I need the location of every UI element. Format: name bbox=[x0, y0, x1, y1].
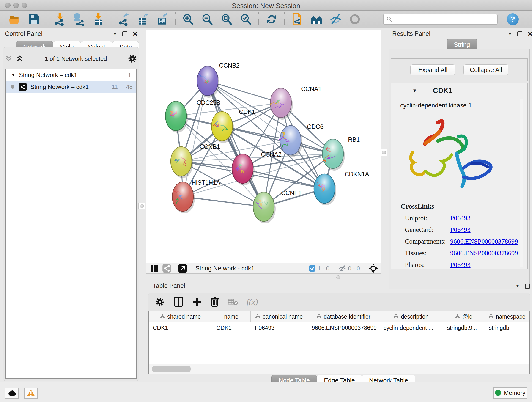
toolbar-divider bbox=[284, 12, 285, 26]
delete-table-icon bbox=[228, 298, 238, 306]
crosslink-link[interactable]: 9606.ENSP00000378699 bbox=[450, 238, 518, 245]
column-header-name[interactable]: name bbox=[212, 311, 251, 322]
network-node-CCNA2[interactable] bbox=[232, 154, 254, 185]
string-hide-glass-icon[interactable] bbox=[329, 13, 342, 26]
string-sphere-icon[interactable] bbox=[348, 13, 361, 26]
network-node-CCNB2[interactable] bbox=[197, 66, 220, 98]
table-cell[interactable]: stringdb:9... bbox=[443, 322, 485, 333]
left-splitter-grip[interactable] bbox=[138, 203, 145, 210]
zoom-out-icon[interactable] bbox=[201, 13, 214, 26]
table-cell[interactable]: 9606.ENSP00000378699 bbox=[307, 322, 380, 333]
export-network-icon[interactable] bbox=[117, 13, 131, 26]
table-horizontal-scrollbar[interactable] bbox=[149, 364, 530, 374]
crosslink-link[interactable]: P06493 bbox=[450, 214, 471, 222]
import-network-file-icon[interactable] bbox=[53, 13, 66, 26]
network-node-HIST1H1A[interactable] bbox=[172, 182, 195, 213]
title-bar: Session: New Session bbox=[0, 0, 532, 11]
panel-float-icon[interactable] bbox=[525, 283, 530, 288]
network-row[interactable]: String Network – cdk1 11 48 bbox=[6, 81, 136, 93]
attribute-type-icon bbox=[255, 314, 260, 319]
delete-column-icon[interactable] bbox=[210, 297, 220, 307]
table-cell[interactable]: cyclin-dependent ... bbox=[380, 322, 443, 333]
results-vertical-scrollbar[interactable] bbox=[520, 99, 523, 267]
collection-name: String Network – cdk1 bbox=[19, 71, 128, 79]
column-header-canonical-name[interactable]: canonical name bbox=[251, 311, 308, 322]
panel-menu-icon[interactable]: ▼ bbox=[515, 283, 520, 288]
column-header-namespace[interactable]: namespace bbox=[485, 311, 530, 322]
control-panel-header-icons: ▼ ✕ bbox=[113, 31, 138, 36]
string-protein-query-icon[interactable] bbox=[291, 13, 304, 26]
expand-all-icon[interactable] bbox=[16, 55, 24, 62]
network-node-CCNE1[interactable] bbox=[253, 192, 276, 223]
panel-close-icon[interactable]: ✕ bbox=[527, 32, 532, 36]
network-node-CCNB1[interactable] bbox=[171, 147, 193, 178]
scrollbar-thumb[interactable] bbox=[152, 366, 191, 372]
table-row[interactable]: CDK1CDK1P064939606.ENSP00000378699cyclin… bbox=[149, 322, 530, 333]
table-cell[interactable]: P06493 bbox=[251, 322, 308, 333]
panel-close-icon[interactable]: ✕ bbox=[133, 32, 138, 36]
add-column-icon[interactable] bbox=[192, 297, 202, 307]
crosslink-link[interactable]: P06493 bbox=[450, 226, 471, 234]
panel-float-icon[interactable] bbox=[517, 32, 522, 36]
network-options-gear-icon[interactable] bbox=[128, 54, 137, 63]
node-entry-header[interactable]: ▼ CDK1 bbox=[391, 83, 527, 98]
string-homes-icon[interactable] bbox=[310, 13, 323, 26]
collapse-all-button[interactable]: Collapse All bbox=[463, 64, 508, 75]
entry-expand-icon[interactable]: ▼ bbox=[412, 88, 417, 93]
import-table-file-icon[interactable] bbox=[92, 13, 105, 26]
birdseye-crosshair-icon[interactable] bbox=[368, 264, 378, 273]
zoom-in-icon[interactable] bbox=[181, 13, 195, 26]
expand-all-button[interactable]: Expand All bbox=[410, 64, 455, 75]
table-cell[interactable]: stringdb bbox=[485, 322, 530, 333]
network-node-CDC6[interactable] bbox=[279, 126, 302, 157]
crosslinks-heading: CrossLinks bbox=[401, 202, 518, 210]
column-header-database-identifier[interactable]: database identifier bbox=[307, 311, 380, 322]
save-session-icon[interactable] bbox=[27, 13, 41, 26]
show-columns-icon[interactable] bbox=[173, 297, 184, 307]
warning-icon bbox=[26, 389, 36, 397]
search-input[interactable] bbox=[394, 16, 491, 23]
detach-view-icon[interactable] bbox=[178, 264, 187, 273]
selected-checkbox-icon[interactable] bbox=[309, 265, 316, 272]
network-collection-row[interactable]: ▼ String Network – cdk1 1 bbox=[6, 69, 136, 81]
results-panel-title: Results Panel bbox=[392, 30, 431, 37]
network-node-CDKN1A[interactable] bbox=[314, 174, 336, 205]
network-type-icon bbox=[19, 83, 27, 91]
network-node-RB1[interactable] bbox=[322, 139, 345, 171]
column-header-shared-name[interactable]: shared name bbox=[149, 311, 212, 322]
column-header-description[interactable]: description bbox=[380, 311, 443, 322]
crosslink-row: Pharos:P06493 bbox=[401, 261, 518, 269]
zoom-fit-icon[interactable] bbox=[220, 13, 233, 26]
help-button[interactable]: ? bbox=[507, 13, 519, 25]
panel-menu-icon[interactable]: ▼ bbox=[508, 31, 512, 36]
grid-view-icon[interactable] bbox=[150, 264, 159, 273]
cloud-status-button[interactable] bbox=[5, 388, 19, 399]
crosslink-label: GeneCard: bbox=[405, 226, 450, 234]
table-cell[interactable]: CDK1 bbox=[212, 322, 251, 333]
warning-status-button[interactable] bbox=[24, 388, 38, 399]
crosslink-link[interactable]: P06493 bbox=[450, 261, 471, 269]
open-session-icon[interactable] bbox=[8, 13, 22, 26]
panel-menu-icon[interactable]: ▼ bbox=[113, 31, 117, 36]
horizontal-splitter-grip[interactable] bbox=[336, 275, 340, 279]
crosslink-link[interactable]: 9606.ENSP00000378699 bbox=[450, 249, 518, 257]
network-overview-icon[interactable] bbox=[162, 264, 171, 273]
network-view[interactable]: CCNB2CCNA1CDC25BCDK1CDC6RB1CCNB1CCNA2CDK… bbox=[146, 30, 381, 263]
table-options-gear-icon[interactable] bbox=[155, 297, 165, 307]
main-toolbar: ? bbox=[0, 11, 532, 28]
export-table-icon[interactable] bbox=[137, 13, 150, 26]
apply-layout-icon[interactable] bbox=[265, 13, 278, 26]
import-network-database-icon[interactable] bbox=[72, 13, 86, 26]
panel-float-icon[interactable] bbox=[122, 32, 127, 36]
zoom-selected-icon[interactable] bbox=[239, 13, 253, 26]
tree-expand-icon[interactable]: ▼ bbox=[11, 73, 15, 77]
network-edge[interactable] bbox=[183, 197, 264, 207]
export-image-icon[interactable] bbox=[156, 13, 169, 26]
control-panel-title: Control Panel bbox=[5, 30, 43, 37]
collapse-all-icon[interactable] bbox=[5, 55, 13, 62]
memory-button[interactable]: Memory bbox=[493, 387, 527, 399]
results-panel: Results Panel ▼ ✕ String Expand All Coll… bbox=[384, 29, 532, 281]
table-cell[interactable]: CDK1 bbox=[149, 322, 212, 333]
column-header-@id[interactable]: @id bbox=[443, 311, 485, 322]
search-box[interactable] bbox=[383, 14, 498, 25]
